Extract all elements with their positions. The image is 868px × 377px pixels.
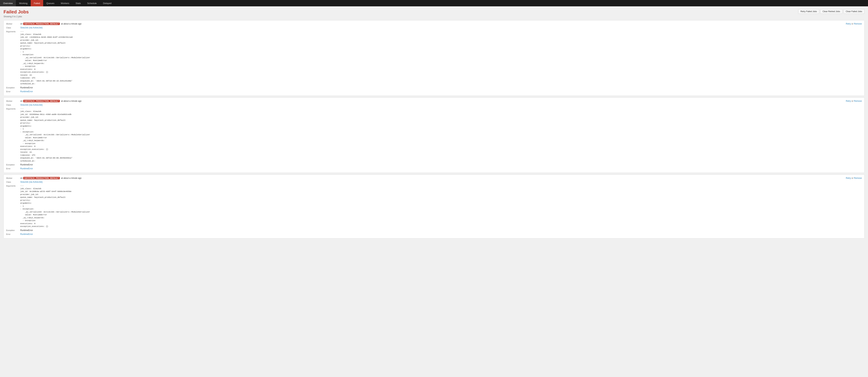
error-value: RuntimeError (20, 167, 862, 170)
page-title: Failed Jobs (3, 9, 29, 14)
worker-queue-badge: HAYSTACK_PRODUCTION_DEFAULT (23, 177, 60, 179)
arguments-label: Arguments (6, 184, 20, 228)
nav-item-schedule[interactable]: Schedule (84, 0, 100, 6)
job-actions: Retry or Remove (846, 176, 862, 180)
toolbar: Retry Failed Jobs Clear Retried Jobs Cle… (798, 9, 865, 14)
class-value: SlowJob (via ActiveJob) (20, 26, 862, 29)
arguments-value: --- job_class: SlowJob job_id: 0c199b3a-… (20, 184, 862, 228)
error-link[interactable]: RuntimeError (20, 90, 33, 93)
class-value: SlowJob (via ActiveJob) (20, 180, 862, 183)
class-link[interactable]: SlowJob (via ActiveJob) (20, 104, 43, 106)
clear-failed-button[interactable]: Clear Failed Jobs (843, 9, 865, 14)
arguments-pre: --- job_class: SlowJob job_id: c4cbb04ca… (20, 30, 862, 85)
class-link[interactable]: SlowJob (via ActiveJob) (20, 26, 43, 29)
retry-failed-button[interactable]: Retry Failed Jobs (798, 9, 819, 14)
arguments-pre: --- job_class: SlowJob job_id: 0c199b3a-… (20, 184, 862, 228)
job-worker-row: Worker on HAYSTACK_PRODUCTION_DEFAULT at… (6, 22, 862, 25)
worker-value: on HAYSTACK_PRODUCTION_DEFAULT at about … (20, 22, 846, 25)
class-link[interactable]: SlowJob (via ActiveJob) (20, 181, 43, 183)
worker-label: Worker (6, 22, 20, 25)
worker-queue-badge: HAYSTACK_PRODUCTION_DEFAULT (23, 23, 60, 25)
remove-link[interactable]: Remove (854, 23, 862, 25)
job-card-2: Worker on HAYSTACK_PRODUCTION_DEFAULT at… (3, 97, 865, 173)
worker-label: Worker (6, 99, 20, 103)
job-card-3: Worker on HAYSTACK_PRODUCTION_DEFAULT at… (3, 175, 865, 238)
worker-label: Worker (6, 176, 20, 180)
error-label: Error (6, 90, 20, 93)
job-error-row: Error RuntimeError (6, 90, 862, 93)
arguments-value: --- job_class: SlowJob job_id: c4cbb04ca… (20, 30, 862, 85)
nav-item-delayed[interactable]: Delayed (100, 0, 115, 6)
error-link[interactable]: RuntimeError (20, 233, 33, 235)
nav-item-stats[interactable]: Stats (72, 0, 84, 6)
exception-label: Exception (6, 86, 20, 89)
nav-item-failed[interactable]: Failed (31, 0, 43, 6)
job-arguments-row: Arguments --- job_class: SlowJob job_id:… (6, 107, 862, 163)
worker-value: on HAYSTACK_PRODUCTION_DEFAULT at about … (20, 176, 846, 180)
page-container: Failed Jobs Showing 0 to 2 jobs Retry Fa… (0, 6, 868, 243)
arguments-value: --- job_class: SlowJob job_id: 0326b0aa-… (20, 107, 862, 163)
job-exception-row: Exception RuntimeError (6, 163, 862, 166)
exception-value: RuntimeError (20, 229, 862, 232)
jobs-list: Worker on HAYSTACK_PRODUCTION_DEFAULT at… (3, 20, 865, 238)
showing-text: Showing 0 to 2 jobs (3, 15, 29, 18)
job-error-row: Error RuntimeError (6, 233, 862, 236)
error-link[interactable]: RuntimeError (20, 167, 33, 170)
job-arguments-row: Arguments --- job_class: SlowJob job_id:… (6, 184, 862, 228)
job-worker-row: Worker on HAYSTACK_PRODUCTION_DEFAULT at… (6, 99, 862, 103)
arguments-label: Arguments (6, 30, 20, 85)
retry-link[interactable]: Retry (846, 23, 851, 25)
error-value: RuntimeError (20, 233, 862, 236)
job-actions: Retry or Remove (846, 22, 862, 25)
worker-queue-badge: HAYSTACK_PRODUCTION_DEFAULT (23, 100, 60, 102)
error-value: RuntimeError (20, 90, 862, 93)
arguments-label: Arguments (6, 107, 20, 163)
remove-link[interactable]: Remove (854, 100, 862, 102)
job-arguments-row: Arguments --- job_class: SlowJob job_id:… (6, 30, 862, 85)
job-class-row: Class SlowJob (via ActiveJob) (6, 103, 862, 107)
exception-value: RuntimeError (20, 163, 862, 166)
exception-value: RuntimeError (20, 86, 862, 89)
nav-item-workers[interactable]: Workers (58, 0, 72, 6)
retry-link[interactable]: Retry (846, 177, 851, 179)
remove-link[interactable]: Remove (854, 177, 862, 179)
nav-item-working[interactable]: Working (16, 0, 31, 6)
job-actions: Retry or Remove (846, 99, 862, 103)
exception-label: Exception (6, 163, 20, 166)
job-exception-row: Exception RuntimeError (6, 229, 862, 232)
job-class-row: Class SlowJob (via ActiveJob) (6, 180, 862, 183)
worker-value: on HAYSTACK_PRODUCTION_DEFAULT at about … (20, 99, 846, 103)
error-label: Error (6, 233, 20, 236)
class-label: Class (6, 103, 20, 107)
navigation: OverviewWorkingFailedQueuesWorkersStatsS… (0, 0, 868, 6)
exception-label: Exception (6, 229, 20, 232)
retry-link[interactable]: Retry (846, 100, 851, 102)
class-value: SlowJob (via ActiveJob) (20, 103, 862, 107)
job-exception-row: Exception RuntimeError (6, 86, 862, 89)
job-class-row: Class SlowJob (via ActiveJob) (6, 26, 862, 29)
job-worker-row: Worker on HAYSTACK_PRODUCTION_DEFAULT at… (6, 176, 862, 180)
class-label: Class (6, 26, 20, 29)
error-label: Error (6, 167, 20, 170)
class-label: Class (6, 180, 20, 183)
job-card-1: Worker on HAYSTACK_PRODUCTION_DEFAULT at… (3, 20, 865, 96)
nav-item-queues[interactable]: Queues (43, 0, 58, 6)
nav-item-overview[interactable]: Overview (0, 0, 16, 6)
clear-retried-button[interactable]: Clear Retried Jobs (820, 9, 842, 14)
arguments-pre: --- job_class: SlowJob job_id: 0326b0aa-… (20, 107, 862, 163)
job-error-row: Error RuntimeError (6, 167, 862, 170)
